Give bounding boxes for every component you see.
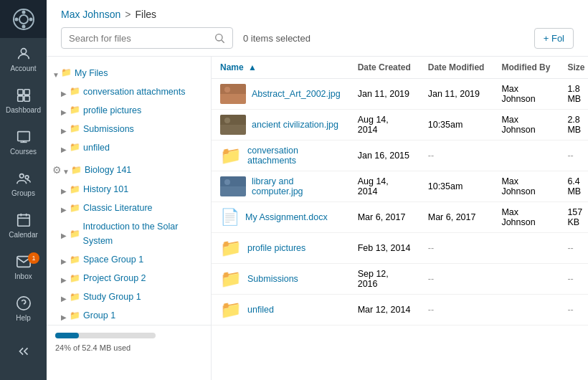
file-name-link[interactable]: unfiled <box>247 305 274 315</box>
tree-item-group1[interactable]: ▶ 📁 Group 1 <box>55 306 211 325</box>
col-modified-by[interactable]: Modified By <box>493 57 559 79</box>
folder-icon: 📁 <box>220 146 242 166</box>
add-folder-button[interactable]: + Fol <box>534 28 574 49</box>
table-row[interactable]: 📄My Assignment.docxMar 6, 2017Mar 6, 201… <box>212 202 588 233</box>
folder-icon: 📁 <box>61 66 72 80</box>
tree-item-unfiled[interactable]: ▶ 📁 unfiled <box>55 138 211 157</box>
file-name-cell: 📁Submissions <box>212 264 349 295</box>
tree-label: Submissions <box>83 122 134 136</box>
file-name-cell: Abstract_Art_2002.jpg <box>212 79 349 110</box>
tree-myfiles-label[interactable]: My Files <box>75 66 108 80</box>
file-size: -- <box>559 295 588 326</box>
tree-item-space-group[interactable]: ▶ 📁 Space Group 1 <box>55 250 211 269</box>
tree-item-project-group[interactable]: ▶ 📁 Project Group 2 <box>55 269 211 288</box>
table-row[interactable]: ancient civilization.jpgAug 14, 201410:3… <box>212 110 588 141</box>
folder-icon: 📁 <box>70 141 80 154</box>
svg-point-2 <box>22 10 25 14</box>
folder-icon: 📁 <box>70 183 80 196</box>
content-area: ▼ 📁 My Files ▶ 📁 conversation attachment… <box>47 57 588 380</box>
sidebar-item-inbox[interactable]: 1 Inbox <box>0 247 47 288</box>
sidebar-item-courses[interactable]: Courses <box>0 121 47 163</box>
tree-label: Classic Literature <box>83 201 153 215</box>
breadcrumb-current: Files <box>135 9 156 20</box>
collapse-icon <box>16 343 32 359</box>
tree-label: unfiled <box>83 141 110 155</box>
groups-icon <box>16 171 32 186</box>
file-name-cell: 📁profile pictures <box>212 233 349 264</box>
svg-point-20 <box>16 297 29 310</box>
sidebar-item-help[interactable]: Help <box>0 288 47 330</box>
svg-rect-11 <box>17 132 29 141</box>
tree-arrow: ▼ <box>62 166 70 174</box>
folder-icon: 📁 <box>70 85 80 98</box>
sidebar-item-calendar[interactable]: Calendar <box>0 205 47 247</box>
table-row[interactable]: Abstract_Art_2002.jpgJan 11, 2019Jan 11,… <box>212 79 588 110</box>
search-icon <box>214 32 225 44</box>
svg-line-23 <box>222 40 224 43</box>
table-row[interactable]: library and computer.jpgAug 14, 201410:3… <box>212 171 588 202</box>
tree-item-history101[interactable]: ▶ 📁 History 101 <box>55 180 211 199</box>
folder-icon: 📁 <box>220 269 242 289</box>
col-size[interactable]: Size <box>559 57 588 79</box>
sidebar-item-groups[interactable]: Groups <box>0 163 47 205</box>
file-name-link[interactable]: ancient civilization.jpg <box>252 120 338 130</box>
file-table: Name ▲ Date Created Date Modified Modifi… <box>212 57 588 326</box>
folder-icon: 📁 <box>70 103 80 117</box>
table-row[interactable]: 📁SubmissionsSep 12, 2016---- <box>212 264 588 295</box>
tree-arrow: ▶ <box>61 256 68 263</box>
svg-rect-25 <box>220 84 246 94</box>
svg-rect-10 <box>24 96 29 101</box>
sidebar: Account Dashboard Courses Groups Calenda… <box>0 0 47 380</box>
folder-icon: 📁 <box>70 201 80 215</box>
file-date-modified: -- <box>419 295 493 326</box>
tree-arrow: ▶ <box>61 275 68 282</box>
settings-icon: ⚙ <box>52 162 62 178</box>
search-input[interactable] <box>69 33 214 44</box>
tree-item-study-group[interactable]: ▶ 📁 Study Group 1 <box>55 288 211 306</box>
file-name-link[interactable]: Submissions <box>247 274 298 284</box>
folder-icon: 📁 <box>220 300 242 320</box>
col-date-modified[interactable]: Date Modified <box>419 57 493 79</box>
file-date-created: Jan 16, 2015 <box>349 141 419 171</box>
folder-icon: 📁 <box>70 309 80 323</box>
sidebar-collapse-button[interactable] <box>0 330 47 373</box>
col-name[interactable]: Name ▲ <box>212 57 349 79</box>
tree-item-classic-literature[interactable]: ▶ 📁 Classic Literature <box>55 199 211 217</box>
file-name-link[interactable]: Abstract_Art_2002.jpg <box>252 89 341 99</box>
table-row[interactable]: 📁conversation attachmentsJan 16, 2015---… <box>212 141 588 171</box>
tree-item-biology[interactable]: ⚙ ▼ 📁 Biology 141 <box>47 160 211 180</box>
file-modified-by <box>493 264 559 295</box>
breadcrumb-separator: > <box>125 9 131 20</box>
table-row[interactable]: 📁profile picturesFeb 13, 2014---- <box>212 233 588 264</box>
table-row[interactable]: 📁unfiledMar 12, 2014---- <box>212 295 588 326</box>
file-date-created: Mar 12, 2014 <box>349 295 419 326</box>
tree-label: Project Group 2 <box>83 271 146 285</box>
file-modified-by: Max Johnson <box>493 202 559 233</box>
folder-icon: 📁 <box>70 122 80 136</box>
document-icon: 📄 <box>220 208 240 227</box>
file-name-link[interactable]: library and computer.jpg <box>252 176 341 196</box>
file-date-created: Aug 14, 2014 <box>349 171 419 202</box>
breadcrumb: Max Johnson > Files <box>61 9 574 20</box>
tree-item-profile-pictures[interactable]: ▶ 📁 profile pictures <box>55 101 211 120</box>
file-name-link[interactable]: conversation attachments <box>247 146 341 166</box>
file-size: 1.8 MB <box>559 79 588 110</box>
tree-item-solar-system[interactable]: ▶ 📁 Introduction to the Solar System <box>55 217 211 250</box>
file-modified-by <box>493 295 559 326</box>
header-actions: 0 items selected + Fol <box>61 27 574 49</box>
sidebar-item-account[interactable]: Account <box>0 38 47 80</box>
tree-item-submissions[interactable]: ▶ 📁 Submissions <box>55 120 211 138</box>
tree-item-myfiles[interactable]: ▼ 📁 My Files <box>47 64 211 82</box>
tree-item-conversation-attachments[interactable]: ▶ 📁 conversation attachments <box>55 82 211 101</box>
col-date-created[interactable]: Date Created <box>349 57 419 79</box>
file-name-link[interactable]: My Assignment.docx <box>245 212 328 222</box>
sidebar-item-courses-label: Courses <box>10 148 37 156</box>
breadcrumb-user-link[interactable]: Max Johnson <box>61 9 120 20</box>
folder-icon: 📁 <box>70 290 80 304</box>
file-name-link[interactable]: profile pictures <box>247 243 305 253</box>
svg-point-6 <box>21 48 26 53</box>
search-box[interactable] <box>61 27 233 49</box>
file-name-cell: library and computer.jpg <box>212 171 349 202</box>
sidebar-item-dashboard[interactable]: Dashboard <box>0 80 47 121</box>
svg-point-3 <box>22 24 25 28</box>
